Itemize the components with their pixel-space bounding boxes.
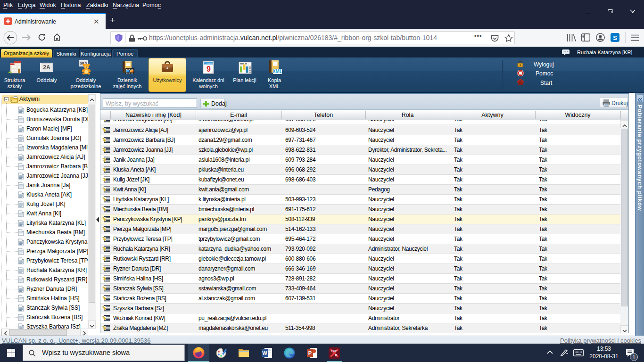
svg-text:P: P	[308, 350, 312, 356]
svg-text:8: 8	[335, 353, 338, 357]
svg-text:PSP: PSP	[331, 349, 337, 352]
svg-text:9: 9	[206, 65, 211, 73]
svg-text:1: 1	[632, 354, 635, 360]
svg-text:S: S	[613, 34, 617, 41]
svg-text:W: W	[262, 350, 267, 356]
svg-text:XML: XML	[272, 69, 282, 74]
svg-text:2A: 2A	[43, 64, 50, 71]
